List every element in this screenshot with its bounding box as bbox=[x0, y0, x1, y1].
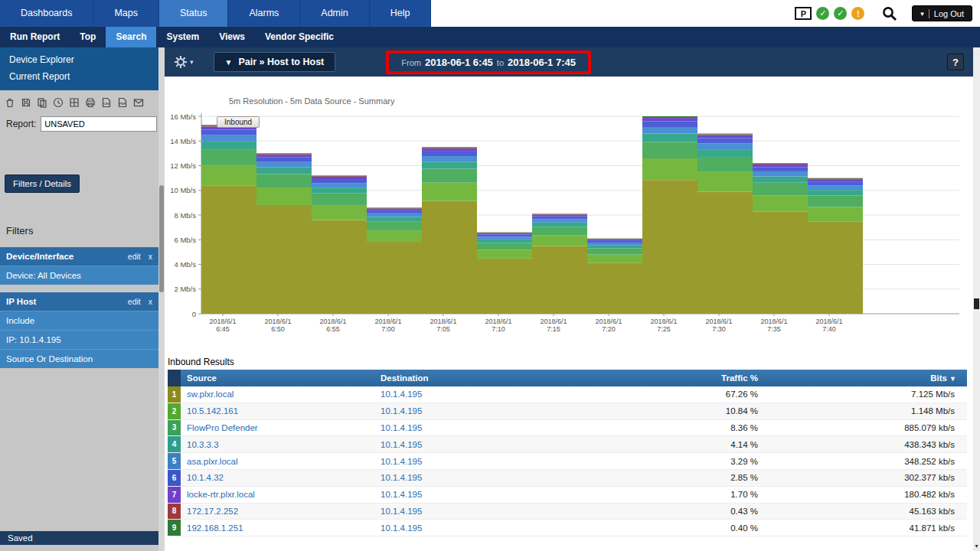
chevron-down-icon: ▼ bbox=[225, 58, 233, 67]
svg-text:14 Mb/s: 14 Mb/s bbox=[170, 137, 196, 145]
report-name-input[interactable] bbox=[41, 116, 157, 132]
report-type-dropdown[interactable]: ▼ Pair » Host to Host bbox=[214, 52, 336, 72]
traffic-percent-value: 4.14 % bbox=[572, 440, 769, 449]
logout-button[interactable]: ▾ Log Out bbox=[912, 5, 972, 21]
topbar-spacer bbox=[431, 0, 795, 27]
subnav-top[interactable]: Top bbox=[70, 27, 106, 47]
table-row: 410.3.3.310.1.4.1954.14 %438.343 kb/s bbox=[168, 436, 967, 453]
sidebar-scrollbar[interactable] bbox=[158, 47, 165, 551]
svg-text:7:10: 7:10 bbox=[492, 325, 505, 333]
csv-export-icon[interactable]: CSV bbox=[100, 96, 113, 109]
top-nav-alarms[interactable]: Alarms bbox=[228, 0, 300, 27]
schedule-report-icon[interactable] bbox=[52, 96, 64, 109]
rank-badge: 6 bbox=[168, 470, 181, 486]
settings-gear-button[interactable]: ▾ bbox=[174, 55, 194, 69]
rank-badge: 7 bbox=[168, 487, 181, 503]
rank-badge: 9 bbox=[168, 520, 181, 536]
save-report-icon[interactable] bbox=[20, 96, 32, 109]
source-link[interactable]: sw.plxr.local bbox=[181, 390, 374, 399]
destination-link[interactable]: 10.1.4.195 bbox=[374, 390, 572, 399]
sidebar-inner: Device ExplorerCurrent Report CSVPDF Rep… bbox=[0, 47, 158, 368]
top-nav-maps[interactable]: Maps bbox=[93, 0, 159, 27]
plixer-logo[interactable]: P bbox=[795, 7, 812, 20]
pdf-export-icon[interactable]: PDF bbox=[116, 96, 129, 109]
copy-report-icon[interactable] bbox=[36, 96, 48, 109]
to-value: 2018-06-1 7:45 bbox=[508, 57, 576, 68]
source-link[interactable]: 10.1.4.32 bbox=[181, 473, 374, 482]
from-label: From bbox=[401, 58, 421, 67]
top-nav-admin[interactable]: Admin bbox=[300, 0, 369, 27]
sort-desc-icon: ▼ bbox=[949, 375, 956, 383]
delete-report-icon[interactable] bbox=[4, 96, 16, 109]
health-ok-icon-2[interactable]: ✓ bbox=[834, 7, 847, 20]
filter-edit-link[interactable]: edit bbox=[128, 252, 141, 261]
print-icon[interactable] bbox=[84, 96, 96, 109]
source-link[interactable]: asa.plxr.local bbox=[181, 457, 374, 466]
top-nav-dashboards[interactable]: Dashboards bbox=[0, 0, 93, 27]
subnav-run-report[interactable]: Run Report bbox=[0, 27, 70, 47]
email-report-icon[interactable] bbox=[132, 96, 145, 109]
table-rows: 1sw.plxr.local10.1.4.19567.26 %7.125 Mb/… bbox=[168, 386, 967, 536]
search-icon[interactable] bbox=[881, 5, 898, 22]
filter-remove-button[interactable]: x bbox=[149, 252, 152, 261]
subnav-vendor-specific[interactable]: Vendor Specific bbox=[255, 27, 344, 47]
column-header-traffic[interactable]: Traffic % bbox=[572, 373, 769, 383]
destination-link[interactable]: 10.1.4.195 bbox=[374, 406, 572, 416]
svg-text:7:05: 7:05 bbox=[436, 325, 450, 333]
top-nav-help[interactable]: Help bbox=[370, 0, 432, 27]
destination-link[interactable]: 10.1.4.195 bbox=[374, 457, 572, 466]
source-link[interactable]: 192.168.1.251 bbox=[181, 523, 374, 533]
traffic-percent-value: 8.36 % bbox=[572, 423, 769, 432]
column-header-destination[interactable]: Destination bbox=[374, 373, 572, 383]
rank-column-header bbox=[168, 370, 181, 386]
subnav-search[interactable]: Search bbox=[106, 27, 156, 47]
destination-link[interactable]: 10.1.4.195 bbox=[374, 507, 572, 516]
filters-details-button[interactable]: Filters / Details bbox=[5, 174, 80, 193]
source-link[interactable]: FlowPro Defender bbox=[181, 423, 374, 432]
page-scrollbar-thumb[interactable] bbox=[974, 298, 979, 309]
page-scrollbar[interactable]: ▾ bbox=[973, 47, 980, 551]
traffic-chart: 02 Mb/s4 Mb/s6 Mb/s8 Mb/s10 Mb/s12 Mb/s1… bbox=[168, 109, 967, 343]
warning-icon[interactable]: ! bbox=[851, 7, 864, 20]
destination-link[interactable]: 10.1.4.195 bbox=[374, 473, 572, 482]
svg-text:8 Mb/s: 8 Mb/s bbox=[174, 211, 196, 220]
filter-group-header: IP Hosteditx bbox=[0, 292, 158, 311]
filter-edit-link[interactable]: edit bbox=[128, 297, 141, 306]
sidebar-link-current-report[interactable]: Current Report bbox=[0, 68, 158, 85]
content-row: Device ExplorerCurrent Report CSVPDF Rep… bbox=[0, 47, 980, 551]
source-link[interactable]: 10.5.142.161 bbox=[181, 406, 374, 416]
source-link[interactable]: locke-rtr.plxr.local bbox=[181, 490, 374, 499]
rank-badge: 3 bbox=[168, 420, 181, 436]
table-row: 1sw.plxr.local10.1.4.19567.26 %7.125 Mb/… bbox=[168, 386, 967, 403]
inbound-results-table: SourceDestinationTraffic %Bits ▼ 1sw.plx… bbox=[168, 370, 967, 536]
destination-link[interactable]: 10.1.4.195 bbox=[374, 490, 572, 499]
sidebar-scrollbar-thumb[interactable] bbox=[159, 185, 164, 292]
top-nav-status[interactable]: Status bbox=[159, 0, 228, 27]
subnav-system[interactable]: System bbox=[156, 27, 209, 47]
svg-text:7:25: 7:25 bbox=[657, 325, 671, 333]
dashboard-grid-icon[interactable] bbox=[68, 96, 80, 109]
source-link[interactable]: 10.3.3.3 bbox=[181, 440, 374, 449]
subnav-views[interactable]: Views bbox=[209, 27, 255, 47]
report-name-row: Report: bbox=[0, 113, 158, 138]
destination-link[interactable]: 10.1.4.195 bbox=[374, 523, 572, 533]
stacked-area-chart: 02 Mb/s4 Mb/s6 Mb/s8 Mb/s10 Mb/s12 Mb/s1… bbox=[168, 109, 967, 343]
column-header-bits[interactable]: Bits ▼ bbox=[769, 373, 967, 383]
column-header-source[interactable]: Source bbox=[181, 373, 374, 383]
help-button[interactable]: ? bbox=[947, 54, 964, 70]
source-link[interactable]: 172.17.2.252 bbox=[181, 507, 374, 516]
time-range-button[interactable]: From 2018-06-1 6:45 to 2018-06-1 7:45 bbox=[389, 54, 588, 71]
bits-value: 302.377 kb/s bbox=[769, 473, 967, 482]
sidebar-link-device-explorer[interactable]: Device Explorer bbox=[0, 51, 158, 68]
traffic-percent-value: 1.70 % bbox=[572, 490, 769, 499]
destination-link[interactable]: 10.1.4.195 bbox=[374, 440, 572, 449]
health-ok-icon[interactable]: ✓ bbox=[816, 7, 829, 20]
svg-text:2018/6/1: 2018/6/1 bbox=[485, 318, 511, 325]
scroll-down-arrow-icon[interactable]: ▾ bbox=[973, 540, 980, 551]
filter-remove-button[interactable]: x bbox=[149, 297, 152, 306]
svg-text:2018/6/1: 2018/6/1 bbox=[595, 318, 622, 325]
report-toolbar-icons: CSVPDF bbox=[0, 90, 158, 113]
saved-section-header[interactable]: Saved bbox=[0, 531, 158, 545]
bits-value: 7.125 Mb/s bbox=[769, 390, 967, 399]
destination-link[interactable]: 10.1.4.195 bbox=[374, 423, 572, 432]
